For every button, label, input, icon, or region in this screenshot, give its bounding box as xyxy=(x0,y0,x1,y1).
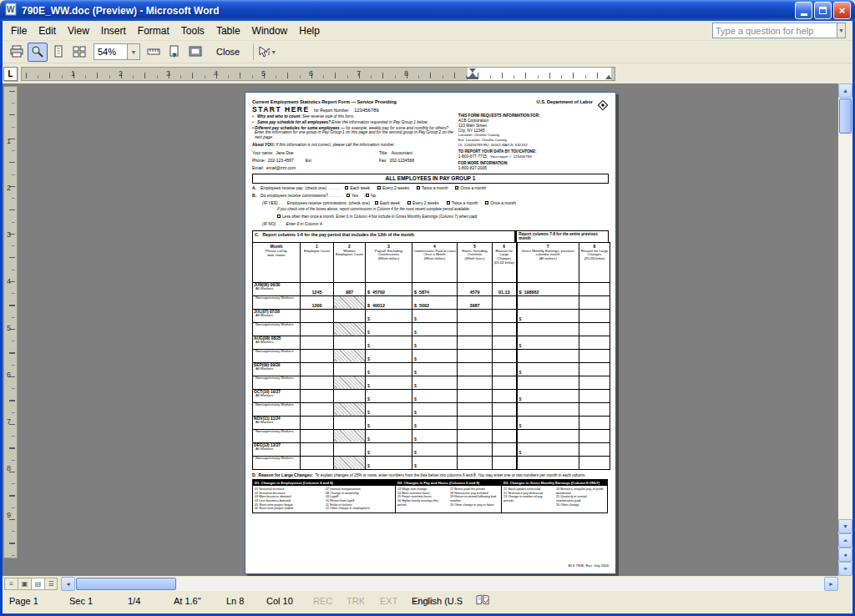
all-workers-label: All Workers xyxy=(254,421,299,425)
hanging-indent-marker[interactable] xyxy=(469,69,476,77)
menu-help[interactable]: Help xyxy=(293,23,326,39)
menu-insert[interactable]: Insert xyxy=(95,23,132,39)
scroll-down-button[interactable]: ▼ xyxy=(838,519,852,533)
outline-view-button[interactable]: ☰ xyxy=(44,578,58,590)
one-page-button[interactable] xyxy=(48,43,68,62)
cell-value: $ 45792 xyxy=(367,290,385,295)
close-preview-button[interactable]: Close xyxy=(208,43,248,61)
print-button[interactable] xyxy=(7,43,27,62)
cell-col8 xyxy=(579,389,610,402)
close-button[interactable]: × xyxy=(833,2,851,19)
minimize-button[interactable] xyxy=(795,2,812,19)
cell-col1 xyxy=(301,349,334,362)
status-mode-rec[interactable]: REC xyxy=(313,596,347,606)
cell-col1 xyxy=(301,336,334,349)
print-preview-area[interactable]: 123456789 Current Employment Statistics … xyxy=(3,83,838,576)
scroll-left-button[interactable]: ◄ xyxy=(61,577,75,591)
month-cell: Nonsupervisory Workers xyxy=(253,376,301,389)
reason-code-item: 19 Return to normal following bad weathe… xyxy=(450,495,499,502)
select-browse-object-button[interactable]: ● xyxy=(838,548,852,562)
section-c-right: Report columns 7-8 for the entire previo… xyxy=(515,230,609,242)
col-header-2: 2Women Employees Count xyxy=(334,242,366,282)
status-mode-ext[interactable]: EXT xyxy=(380,596,413,606)
menu-format[interactable]: Format xyxy=(132,23,175,39)
fax-value: 202-1234568 xyxy=(390,158,414,163)
question-input[interactable] xyxy=(713,26,837,36)
word-app-icon: W xyxy=(4,3,18,19)
scroll-up-button[interactable]: ▲ xyxy=(838,83,852,98)
normal-view-button[interactable]: ≡ xyxy=(4,578,18,590)
cell-col2 xyxy=(334,389,366,402)
menu-file[interactable]: File xyxy=(5,23,33,39)
chevron-down-icon[interactable]: ▼ xyxy=(127,44,139,59)
pay-frequency-option-twice-a-month: Twice a month xyxy=(417,186,448,191)
zoom-combo[interactable]: 54% ▼ xyxy=(94,43,140,60)
cell-col3: $ xyxy=(366,389,412,402)
month-cell: AUG(08) 08/25All Workers xyxy=(253,336,301,349)
vertical-scroll-thumb[interactable] xyxy=(839,98,852,134)
vertical-scrollbar[interactable]: ▲ ▼ ⏶ ● ⏷ xyxy=(838,83,852,576)
scroll-right-button[interactable]: ► xyxy=(824,577,838,591)
cell-value: $ xyxy=(367,450,370,455)
dol-name: U.S. Department of Labor xyxy=(537,99,593,104)
zoom-value: 54% xyxy=(94,47,127,57)
cell-col8 xyxy=(579,282,610,295)
all-workers-label: All Workers xyxy=(254,287,299,291)
v-ruler-number: 5 xyxy=(7,324,11,332)
chevron-down-icon[interactable]: ▼ xyxy=(837,23,845,38)
menu-window[interactable]: Window xyxy=(246,23,294,39)
col-label: Payroll, Excluding Commissions xyxy=(367,250,411,258)
checkbox-each-week xyxy=(375,201,378,204)
status-mode-trk[interactable]: TRK xyxy=(347,596,380,606)
tab-selector[interactable]: L xyxy=(3,67,18,81)
cell-col2 xyxy=(334,442,366,456)
left-indent-marker[interactable] xyxy=(467,77,478,79)
cell-col6 xyxy=(493,362,517,376)
document-page[interactable]: Current Employment Statistics Report For… xyxy=(245,92,616,574)
help-button[interactable]: ? ▼ xyxy=(257,43,277,62)
view-ruler-button[interactable] xyxy=(144,43,164,62)
menu-table[interactable]: Table xyxy=(210,23,246,39)
question-combo[interactable]: ▼ xyxy=(712,23,846,38)
if-yes-text: Employees receive commissions: (check on… xyxy=(287,201,370,206)
full-screen-button[interactable] xyxy=(185,43,205,62)
cell-col8 xyxy=(579,309,610,322)
web-layout-view-button[interactable]: ▣ xyxy=(18,578,31,590)
name-label: Your name: xyxy=(252,150,273,155)
section-b-text: Do employees receive commissions? . . . … xyxy=(261,194,341,199)
if-yes-label: (IF YES) . . . xyxy=(262,201,285,206)
print-layout-view-button[interactable]: ▤ xyxy=(31,578,44,590)
horizontal-scrollbar[interactable]: ◄ ► xyxy=(61,577,838,591)
magnifier-button[interactable] xyxy=(28,43,48,62)
shrink-to-fit-button[interactable] xyxy=(164,43,185,62)
spelling-grammar-icon[interactable] xyxy=(475,593,490,608)
view-buttons: ≡ ▣ ▤ ☰ xyxy=(4,578,58,590)
next-page-button[interactable]: ⏷ xyxy=(838,562,852,576)
table-row: JUN(06) 06/30All Workers1245987$ 45792$ … xyxy=(253,282,610,295)
menu-view[interactable]: View xyxy=(62,23,95,39)
cell-value: $ xyxy=(367,356,370,361)
table-row: Nonsupervisory Workers$$ xyxy=(253,322,610,336)
menu-edit[interactable]: Edit xyxy=(33,23,62,39)
v-ruler-number: 2 xyxy=(7,184,11,192)
col-label: Reason for Large Changes xyxy=(493,250,515,261)
h-ruler-number: 5 xyxy=(261,69,266,78)
right-indent-marker[interactable] xyxy=(605,72,612,79)
maximize-button[interactable] xyxy=(814,2,832,19)
v-ruler-number: 1 xyxy=(7,137,11,145)
bullet-lead-bold: Why and who to count: xyxy=(257,114,301,119)
nonsupervisory-label: Nonsupervisory Workers xyxy=(254,457,299,461)
horizontal-scroll-thumb[interactable] xyxy=(76,578,176,590)
menu-tools[interactable]: Tools xyxy=(175,23,210,39)
month-cell: Nonsupervisory Workers xyxy=(253,429,301,442)
h-ruler-number: 4 xyxy=(214,69,218,78)
maximize-icon xyxy=(819,7,827,14)
month-cell: JUN(06) 06/30All Workers xyxy=(253,282,301,295)
printer-icon xyxy=(10,45,23,58)
ext-label: Ext xyxy=(306,158,311,163)
bullet-lead: Same pay schedule for all employees? xyxy=(257,120,331,124)
previous-page-button[interactable]: ⏶ xyxy=(838,533,852,548)
chevron-down-icon[interactable]: ▼ xyxy=(271,49,276,55)
reason-box-items: 13 Wage rate change14 More overtime hour… xyxy=(396,486,501,508)
multiple-pages-button[interactable] xyxy=(69,43,89,62)
